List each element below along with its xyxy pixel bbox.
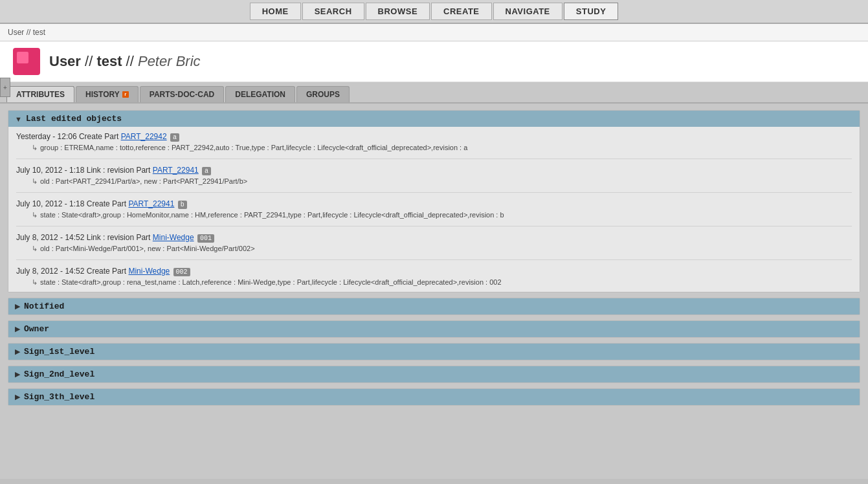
history-entry: July 8, 2012 - 14:52 Link : revision Par… <box>16 233 852 260</box>
page-title: User // test // Peter Bric <box>49 53 201 70</box>
breadcrumb: User // test <box>0 24 868 41</box>
sign-2nd-header[interactable]: ▶ Sign_2nd_level <box>8 366 860 382</box>
sign-1st-toggle-icon: ▶ <box>15 347 20 356</box>
part-link[interactable]: Mini-Wedge <box>128 267 170 276</box>
last-edited-header[interactable]: ▼ Last edited objects <box>8 111 860 127</box>
part-link[interactable]: PART_22941 <box>128 199 174 208</box>
page-header: User // test // Peter Bric <box>0 41 868 82</box>
last-edited-title: Last edited objects <box>26 114 122 124</box>
sign-1st-header[interactable]: ▶ Sign_1st_level <box>8 344 860 360</box>
owner-toggle-icon: ▶ <box>15 325 20 333</box>
user-icon <box>13 48 40 75</box>
last-edited-toggle-icon: ▼ <box>15 115 22 123</box>
last-edited-content: Yesterday - 12:06 Create Part PART_22942… <box>8 127 860 292</box>
sign-3th-header[interactable]: ▶ Sign_3th_level <box>8 389 860 405</box>
sign-2nd-toggle-icon: ▶ <box>15 370 20 379</box>
history-entry: July 8, 2012 - 14:52 Create Part Mini-We… <box>16 267 852 287</box>
sign-2nd-title: Sign_2nd_level <box>24 369 95 379</box>
left-panel-toggle[interactable]: + <box>0 78 10 97</box>
sign-3th-title: Sign_3th_level <box>24 392 95 402</box>
part-link[interactable]: Mini-Wedge <box>153 233 194 242</box>
owner-title: Owner <box>24 324 49 334</box>
tab-groups[interactable]: GROUPS <box>296 86 350 102</box>
nav-navigate[interactable]: NAVIGATE <box>493 3 562 20</box>
part-link[interactable]: PART_22941 <box>153 166 199 175</box>
notified-section: ▶ Notified <box>8 298 860 315</box>
nav-create[interactable]: CREATE <box>431 3 491 20</box>
arrow-icon: ↳ <box>32 144 38 152</box>
owner-header[interactable]: ▶ Owner <box>8 321 860 337</box>
arrow-icon: ↳ <box>32 177 38 186</box>
history-entry: Yesterday - 12:06 Create Part PART_22942… <box>16 132 852 159</box>
arrow-icon: ↳ <box>32 211 38 219</box>
notified-header[interactable]: ▶ Notified <box>8 298 860 314</box>
sign-2nd-section: ▶ Sign_2nd_level <box>8 366 860 383</box>
tab-parts-doc-cad[interactable]: PARTS-DOC-CAD <box>140 86 224 102</box>
sign-1st-section: ▶ Sign_1st_level <box>8 343 860 360</box>
main-content: ▼ Last edited objects Yesterday - 12:06 … <box>0 104 868 479</box>
rss-icon: r <box>122 91 129 98</box>
tab-history[interactable]: HISTORY r <box>76 86 139 102</box>
history-entry: July 10, 2012 - 1:18 Create Part PART_22… <box>16 199 852 226</box>
sign-3th-section: ▶ Sign_3th_level <box>8 388 860 406</box>
sign-1st-title: Sign_1st_level <box>24 347 95 357</box>
nav-study[interactable]: STUDY <box>564 3 619 20</box>
arrow-icon: ↳ <box>32 278 38 287</box>
tab-attributes[interactable]: ATTRIBUTES <box>6 86 74 102</box>
last-edited-section: ▼ Last edited objects Yesterday - 12:06 … <box>8 110 860 292</box>
sign-3th-toggle-icon: ▶ <box>15 393 20 401</box>
tabs-bar: ATTRIBUTES HISTORY r PARTS-DOC-CAD DELEG… <box>0 82 868 104</box>
nav-browse[interactable]: BROWSE <box>366 3 430 20</box>
owner-section: ▶ Owner <box>8 320 860 338</box>
history-entry: July 10, 2012 - 1:18 Link : revision Par… <box>16 166 852 193</box>
notified-title: Notified <box>24 302 64 311</box>
tab-delegation[interactable]: DELEGATION <box>225 86 295 102</box>
nav-home[interactable]: HOME <box>250 3 301 20</box>
part-link[interactable]: PART_22942 <box>121 132 167 141</box>
nav-search[interactable]: SEARCH <box>302 3 364 20</box>
notified-toggle-icon: ▶ <box>15 302 20 311</box>
top-navigation: HOME SEARCH BROWSE CREATE NAVIGATE STUDY <box>0 0 868 24</box>
arrow-icon: ↳ <box>32 245 38 253</box>
